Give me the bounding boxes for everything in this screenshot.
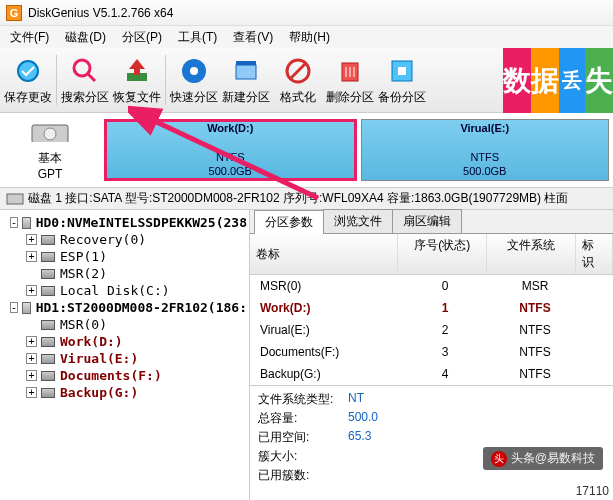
table-row[interactable]: Work(D:)1NTFS bbox=[250, 297, 613, 319]
column-header[interactable]: 序号(状态) bbox=[398, 234, 487, 274]
tree-partition[interactable]: +Backup(G:) bbox=[2, 384, 247, 401]
tool-label: 删除分区 bbox=[326, 89, 374, 106]
toolbar: 保存更改搜索分区恢复文件快速分区新建分区格式化删除分区备份分区 数 据 丢 失 bbox=[0, 48, 613, 113]
tool-icon bbox=[121, 55, 153, 87]
tool-label: 格式化 bbox=[280, 89, 316, 106]
toolbar-格式化[interactable]: 格式化 bbox=[272, 50, 324, 110]
partition-block[interactable]: Work(D:)NTFS500.0GB bbox=[104, 119, 357, 181]
table-row[interactable]: Virual(E:)2NTFS bbox=[250, 319, 613, 341]
toolbar-搜索分区[interactable]: 搜索分区 bbox=[59, 50, 111, 110]
table-header: 卷标序号(状态)文件系统标识 bbox=[250, 234, 613, 275]
svg-rect-7 bbox=[236, 61, 256, 65]
tab[interactable]: 浏览文件 bbox=[323, 209, 393, 233]
svg-rect-6 bbox=[236, 65, 256, 79]
tool-icon bbox=[178, 55, 210, 87]
partition-block[interactable]: Virual(E:)NTFS500.0GB bbox=[361, 119, 610, 181]
device-tree[interactable]: -HD0:NVMeINTELSSDPEKKW25(238+Recovery(0)… bbox=[0, 210, 250, 500]
tree-partition[interactable]: MSR(0) bbox=[2, 316, 247, 333]
toolbar-快速分区[interactable]: 快速分区 bbox=[168, 50, 220, 110]
expand-icon[interactable]: + bbox=[26, 353, 37, 364]
partition-icon bbox=[41, 371, 55, 381]
tree-partition[interactable]: +Local Disk(C:) bbox=[2, 282, 247, 299]
expand-icon[interactable]: + bbox=[26, 387, 37, 398]
menu-item[interactable]: 文件(F) bbox=[4, 27, 55, 48]
partition-icon bbox=[41, 235, 55, 245]
expand-icon[interactable]: + bbox=[26, 234, 37, 245]
banner-char: 失 bbox=[585, 48, 613, 113]
tree-disk[interactable]: -HD1:ST2000DM008-2FR102(186: bbox=[2, 299, 247, 316]
menu-item[interactable]: 工具(T) bbox=[172, 27, 223, 48]
toolbar-备份分区[interactable]: 备份分区 bbox=[376, 50, 428, 110]
watermark: 头 头条@易数科技 bbox=[483, 447, 603, 470]
tool-icon bbox=[69, 55, 101, 87]
ad-banner[interactable]: 数 据 丢 失 bbox=[503, 48, 613, 113]
tree-partition[interactable]: +Recovery(0) bbox=[2, 231, 247, 248]
tree-partition[interactable]: +Documents(F:) bbox=[2, 367, 247, 384]
svg-line-9 bbox=[290, 63, 306, 79]
partition-strip: Work(D:)NTFS500.0GBVirual(E:)NTFS500.0GB bbox=[100, 113, 613, 187]
expand-icon[interactable]: + bbox=[26, 370, 37, 381]
banner-char: 数 bbox=[503, 48, 531, 113]
tool-label: 保存更改 bbox=[4, 89, 52, 106]
detail-row: 已用空间:65.3 bbox=[258, 428, 605, 447]
tool-icon bbox=[334, 55, 366, 87]
partition-icon bbox=[41, 320, 55, 330]
svg-point-5 bbox=[190, 67, 198, 75]
partition-icon bbox=[41, 286, 55, 296]
toolbar-保存更改[interactable]: 保存更改 bbox=[2, 50, 54, 110]
expand-icon[interactable]: + bbox=[26, 336, 37, 347]
tool-label: 备份分区 bbox=[378, 89, 426, 106]
menu-item[interactable]: 帮助(H) bbox=[283, 27, 336, 48]
hdd-icon bbox=[22, 302, 31, 314]
svg-line-2 bbox=[88, 74, 95, 81]
disk-status: 磁盘 1 接口:SATA 型号:ST2000DM008-2FR102 序列号:W… bbox=[0, 188, 613, 210]
tree-partition[interactable]: MSR(2) bbox=[2, 265, 247, 282]
tabs: 分区参数浏览文件扇区编辑 bbox=[250, 210, 613, 234]
detail-row: 总容量:500.0 bbox=[258, 409, 605, 428]
disk-info: 基本GPT bbox=[0, 113, 100, 187]
column-header[interactable]: 卷标 bbox=[250, 234, 398, 274]
toolbar-删除分区[interactable]: 删除分区 bbox=[324, 50, 376, 110]
titlebar: G DiskGenius V5.1.2.766 x64 bbox=[0, 0, 613, 26]
tool-label: 快速分区 bbox=[170, 89, 218, 106]
tab[interactable]: 扇区编辑 bbox=[392, 209, 462, 233]
tool-icon bbox=[12, 55, 44, 87]
svg-point-0 bbox=[18, 61, 38, 81]
tool-icon bbox=[230, 55, 262, 87]
menu-item[interactable]: 查看(V) bbox=[227, 27, 279, 48]
toolbar-新建分区[interactable]: 新建分区 bbox=[220, 50, 272, 110]
hdd-icon bbox=[22, 217, 31, 229]
table-row[interactable]: Documents(F:)3NTFS bbox=[250, 341, 613, 363]
tree-partition[interactable]: +ESP(1) bbox=[2, 248, 247, 265]
tool-label: 新建分区 bbox=[222, 89, 270, 106]
tree-partition[interactable]: +Work(D:) bbox=[2, 333, 247, 350]
partition-icon bbox=[41, 337, 55, 347]
partition-icon bbox=[41, 388, 55, 398]
window-title: DiskGenius V5.1.2.766 x64 bbox=[28, 6, 173, 20]
bottom-number: 17110 bbox=[576, 484, 609, 498]
banner-char: 丢 bbox=[559, 48, 585, 113]
menubar: 文件(F)磁盘(D)分区(P)工具(T)查看(V)帮助(H) bbox=[0, 26, 613, 48]
toolbar-恢复文件[interactable]: 恢复文件 bbox=[111, 50, 163, 110]
partition-icon bbox=[41, 252, 55, 262]
column-header[interactable]: 文件系统 bbox=[487, 234, 576, 274]
menu-item[interactable]: 磁盘(D) bbox=[59, 27, 112, 48]
banner-char: 据 bbox=[531, 48, 559, 113]
expand-icon[interactable]: - bbox=[10, 217, 18, 228]
menu-item[interactable]: 分区(P) bbox=[116, 27, 168, 48]
table-row[interactable]: MSR(0)0MSR bbox=[250, 275, 613, 297]
table-row[interactable]: Backup(G:)4NTFS bbox=[250, 363, 613, 385]
expand-icon[interactable]: - bbox=[10, 302, 18, 313]
expand-icon[interactable]: + bbox=[26, 251, 37, 262]
svg-point-1 bbox=[74, 60, 90, 76]
column-header[interactable]: 标识 bbox=[576, 234, 613, 274]
svg-point-17 bbox=[44, 128, 56, 140]
expand-icon[interactable]: + bbox=[26, 285, 37, 296]
tree-partition[interactable]: +Virual(E:) bbox=[2, 350, 247, 367]
tool-icon bbox=[282, 55, 314, 87]
tree-disk[interactable]: -HD0:NVMeINTELSSDPEKKW25(238 bbox=[2, 214, 247, 231]
disk-bar: 基本GPT Work(D:)NTFS500.0GBVirual(E:)NTFS5… bbox=[0, 113, 613, 188]
details-panel: 文件系统类型:NT总容量:500.0已用空间:65.3簇大小:已用簇数: bbox=[250, 385, 613, 489]
svg-rect-18 bbox=[7, 194, 23, 204]
tab[interactable]: 分区参数 bbox=[254, 210, 324, 234]
